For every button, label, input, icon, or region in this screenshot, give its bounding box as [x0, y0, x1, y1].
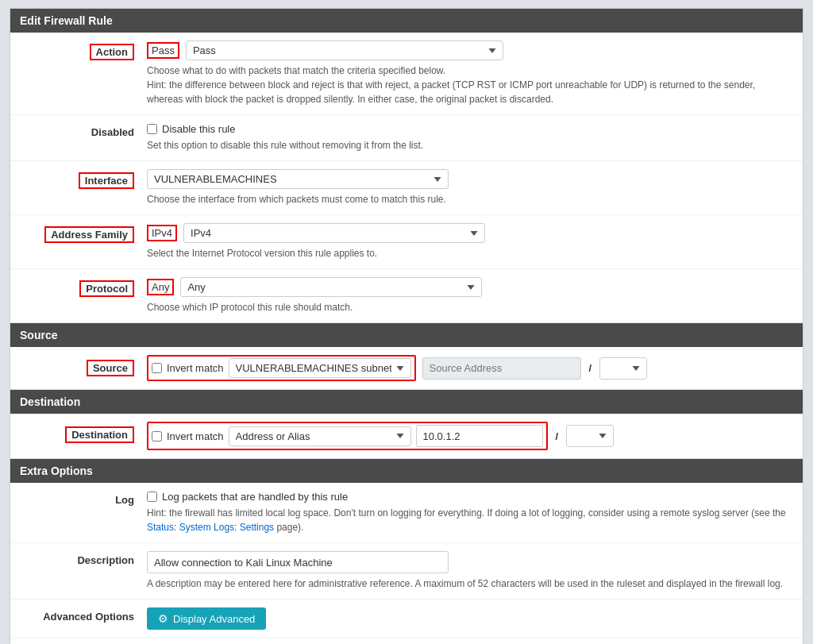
interface-help: Choose the interface from which packets … [147, 192, 793, 206]
disabled-help: Set this option to disable this rule wit… [147, 138, 793, 152]
display-advanced-label: Display Advanced [173, 613, 255, 625]
description-label-col: Description [20, 551, 147, 566]
source-label: Source [87, 360, 134, 376]
action-value-text: Pass [152, 44, 175, 56]
description-label: Description [77, 554, 134, 566]
destination-label: Destination [65, 426, 134, 443]
action-select[interactable]: Pass Block Reject [186, 40, 503, 60]
action-help: Choose what to do with packets that matc… [147, 64, 793, 106]
address-family-content: IPv4 IPv4 IPv6 IPv4+IPv6 Select the Inte… [147, 223, 793, 260]
destination-content: Invert match Address or Alias any Networ… [147, 422, 793, 450]
address-family-value-outlined: IPv4 [147, 225, 177, 241]
source-cidr-select[interactable] [599, 357, 647, 380]
destination-label-col: Destination [20, 422, 147, 443]
source-content: Invert match VULNERABLEMACHINES subnets … [147, 355, 793, 381]
source-type-select[interactable]: VULNERABLEMACHINES subnets any Address o… [229, 358, 411, 378]
source-row: Source Invert match VULNERABLEMACHINES s… [10, 347, 803, 389]
destination-address-input[interactable] [416, 425, 543, 447]
log-checkbox[interactable] [147, 492, 157, 502]
destination-cidr-select[interactable] [566, 425, 614, 447]
action-value-outlined: Pass [147, 42, 179, 59]
protocol-value: Any [152, 281, 169, 293]
log-content: Log packets that are handled by this rul… [147, 491, 793, 534]
action-label: Action [90, 44, 134, 60]
advanced-options-label: Advanced Options [43, 611, 134, 623]
destination-row: Destination Invert match Address or Alia… [10, 414, 803, 458]
interface-content: VULNERABLEMACHINES Choose the interface … [147, 169, 793, 206]
destination-slash: / [554, 430, 561, 442]
log-settings-link[interactable]: Status: System Logs: Settings [147, 522, 274, 533]
source-label-col: Source [20, 355, 147, 376]
disabled-label-col: Disabled [20, 123, 147, 138]
source-control-wrap: Invert match VULNERABLEMACHINES subnets … [147, 355, 416, 381]
destination-invert-label: Invert match [167, 430, 224, 442]
protocol-help: Choose which IP protocol this rule shoul… [147, 300, 793, 314]
advanced-options-content: ⚙ Display Advanced [147, 607, 793, 630]
protocol-select[interactable]: Any TCP UDP ICMP [180, 277, 482, 297]
action-row: Action Pass Pass Block Reject Choose wha… [10, 33, 803, 115]
action-label-col: Action [20, 40, 147, 60]
interface-label-col: Interface [20, 169, 147, 189]
description-content: A description may be entered here for ad… [147, 551, 793, 591]
destination-section-header: Destination [10, 390, 803, 414]
protocol-content: Any Any TCP UDP ICMP Choose which IP pro… [147, 277, 793, 314]
gear-icon: ⚙ [158, 612, 168, 625]
interface-row: Interface VULNERABLEMACHINES Choose the … [10, 161, 803, 215]
disabled-content: Disable this rule Set this option to dis… [147, 123, 793, 152]
source-section-header: Source [10, 323, 803, 347]
log-checkbox-label: Log packets that are handled by this rul… [162, 491, 348, 503]
disabled-checkbox[interactable] [147, 124, 157, 134]
address-family-value: IPv4 [152, 227, 172, 239]
interface-label: Interface [79, 172, 134, 189]
log-help: Hint: the firewall has limited local log… [147, 506, 793, 534]
address-family-select[interactable]: IPv4 IPv6 IPv4+IPv6 [183, 223, 485, 243]
protocol-label: Protocol [79, 280, 134, 297]
log-row: Log Log packets that are handled by this… [10, 483, 803, 543]
description-input[interactable] [147, 551, 449, 573]
disabled-label: Disabled [91, 126, 134, 138]
page-title: Edit Firewall Rule [10, 9, 803, 33]
extra-options-section-header: Extra Options [10, 459, 803, 483]
destination-type-select[interactable]: Address or Alias any Network [229, 426, 411, 446]
source-address-input[interactable] [422, 357, 581, 380]
address-family-help: Select the Internet Protocol version thi… [147, 246, 793, 260]
display-advanced-button[interactable]: ⚙ Display Advanced [147, 607, 266, 630]
protocol-label-col: Protocol [20, 277, 147, 297]
action-content: Pass Pass Block Reject Choose what to do… [147, 40, 793, 106]
protocol-row: Protocol Any Any TCP UDP ICMP Choose whi… [10, 269, 803, 322]
log-label: Log [115, 494, 134, 506]
advanced-options-label-col: Advanced Options [20, 607, 147, 623]
disabled-checkbox-label: Disable this rule [162, 123, 236, 135]
source-invert-checkbox[interactable] [152, 363, 162, 373]
address-family-label: Address Family [44, 226, 134, 243]
source-invert-label: Invert match [167, 362, 224, 374]
description-help: A description may be entered here for ad… [147, 577, 793, 591]
protocol-value-outlined: Any [147, 279, 174, 295]
description-row: Description A description may be entered… [10, 543, 803, 600]
source-slash: / [588, 362, 594, 374]
destination-control-wrap: Invert match Address or Alias any Networ… [147, 422, 548, 450]
destination-invert-checkbox[interactable] [152, 431, 162, 442]
interface-select[interactable]: VULNERABLEMACHINES [147, 169, 449, 189]
advanced-options-row: Advanced Options ⚙ Display Advanced [10, 600, 803, 638]
address-family-label-col: Address Family [20, 223, 147, 243]
disabled-row: Disabled Disable this rule Set this opti… [10, 115, 803, 161]
save-row: 💾 Save [10, 638, 803, 644]
log-label-col: Log [20, 491, 147, 506]
address-family-row: Address Family IPv4 IPv4 IPv6 IPv4+IPv6 … [10, 215, 803, 269]
